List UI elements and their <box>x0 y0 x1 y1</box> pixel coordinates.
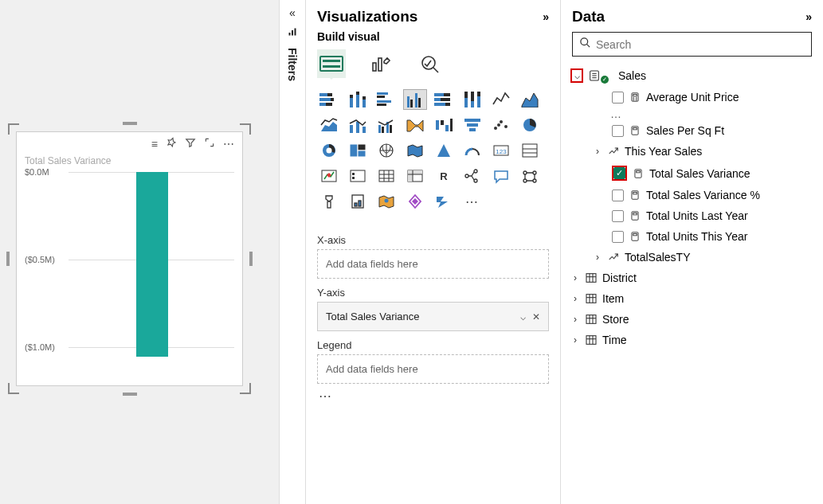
field-total-units-this-year[interactable]: Total Units This Year <box>567 226 817 247</box>
viz-waterfall[interactable] <box>432 115 456 135</box>
chevron-right-icon[interactable]: › <box>570 293 580 304</box>
svg-rect-41 <box>350 125 353 133</box>
viz-power-automate[interactable] <box>432 191 456 212</box>
search-box[interactable] <box>572 32 812 57</box>
viz-multi-row-card[interactable] <box>518 140 542 161</box>
svg-rect-7 <box>378 58 382 71</box>
build-visual-tab[interactable] <box>317 49 346 78</box>
filter-icon[interactable] <box>185 137 196 150</box>
xaxis-well[interactable]: Add data fields here <box>317 249 549 279</box>
yaxis-field-remove-icon[interactable]: ✕ <box>532 311 540 322</box>
visual-tile[interactable]: ≡ ⋯ Total Sales Variance $0.0M ($0.5M) (… <box>8 123 251 394</box>
field-this-year-sales[interactable]: › This Year Sales <box>567 141 817 162</box>
viz-scatter[interactable] <box>489 115 513 135</box>
viz-azure-map[interactable] <box>432 140 456 161</box>
viz-map[interactable] <box>374 140 398 161</box>
resize-handle-r[interactable] <box>249 252 253 266</box>
field-wells: X-axis Add data fields here Y-axis Total… <box>306 220 560 415</box>
viz-stacked-bar[interactable] <box>317 89 341 110</box>
viz-r-visual[interactable]: R <box>432 166 456 186</box>
viz-ribbon[interactable] <box>403 115 427 135</box>
viz-funnel[interactable] <box>460 115 484 135</box>
checkbox[interactable] <box>612 231 624 243</box>
svg-rect-114 <box>633 193 637 194</box>
table-store[interactable]: › Store <box>567 309 817 330</box>
viz-filled-map[interactable] <box>403 140 427 161</box>
checkbox[interactable] <box>612 210 624 222</box>
checkbox[interactable] <box>612 125 624 137</box>
viz-100-stacked-column[interactable] <box>460 89 484 110</box>
viz-kpi[interactable] <box>317 166 341 186</box>
viz-line-stacked-column[interactable] <box>346 115 370 135</box>
table-sales[interactable]: ⌵ ✓ Sales <box>567 64 817 87</box>
field-total-sales-variance[interactable]: ✓ Total Sales Variance <box>567 162 817 185</box>
viz-line-clustered-column[interactable] <box>374 115 398 135</box>
checkbox[interactable] <box>612 189 624 201</box>
filters-pane-collapsed[interactable]: « Filters <box>279 0 306 504</box>
resize-handle-t[interactable] <box>123 122 137 125</box>
viz-100-stacked-bar[interactable] <box>432 89 456 110</box>
search-input[interactable] <box>596 38 805 51</box>
legend-well[interactable]: Add data fields here <box>317 354 549 384</box>
collapse-viz-pane-icon[interactable]: » <box>543 10 549 23</box>
checkbox-checked[interactable]: ✓ <box>613 167 625 179</box>
field-label: Average Unit Price <box>646 91 739 104</box>
table-time[interactable]: › Time <box>567 330 817 350</box>
field-average-unit-price[interactable]: Average Unit Price <box>567 87 817 107</box>
viz-qna[interactable] <box>489 166 513 186</box>
viz-pie[interactable] <box>518 115 542 135</box>
viz-more-ellipsis[interactable]: ⋯ <box>460 191 484 212</box>
yaxis-well[interactable]: Total Sales Variance ⌵ ✕ <box>317 302 549 331</box>
viz-stacked-column[interactable] <box>346 89 370 110</box>
viz-clustered-column[interactable] <box>403 89 427 110</box>
more-options-icon[interactable]: ⋯ <box>223 138 234 150</box>
focus-mode-icon[interactable] <box>204 137 215 150</box>
resize-handle-b[interactable] <box>123 393 137 396</box>
table-item[interactable]: › Item <box>567 288 817 309</box>
drag-grip-icon[interactable]: ≡ <box>151 138 158 150</box>
viz-donut[interactable] <box>317 140 341 161</box>
chevron-right-icon[interactable]: › <box>570 272 580 283</box>
viz-paginated[interactable] <box>346 191 370 212</box>
chevron-right-icon[interactable]: › <box>593 252 602 263</box>
collapse-data-pane-icon[interactable]: » <box>805 10 812 23</box>
report-canvas[interactable]: ≡ ⋯ Total Sales Variance $0.0M ($0.5M) (… <box>0 0 279 504</box>
calculator-icon <box>629 91 641 104</box>
viz-power-apps[interactable] <box>403 191 427 212</box>
viz-decomposition-tree[interactable] <box>460 166 484 186</box>
svg-rect-27 <box>415 93 417 107</box>
viz-line[interactable] <box>489 89 513 110</box>
svg-rect-6 <box>373 63 376 71</box>
viz-table[interactable] <box>374 166 398 186</box>
field-total-sales-variance-pct[interactable]: Total Sales Variance % <box>567 185 817 205</box>
table-district[interactable]: › District <box>567 268 817 288</box>
field-total-sales-ty[interactable]: › TotalSalesTY <box>567 247 817 268</box>
viz-key-influencers[interactable] <box>518 166 542 186</box>
checkbox[interactable] <box>612 92 624 104</box>
yaxis-field-dropdown-icon[interactable]: ⌵ <box>520 311 526 322</box>
field-sales-per-sqft[interactable]: Sales Per Sq Ft <box>567 120 817 141</box>
chevron-right-icon[interactable]: › <box>570 314 580 325</box>
viz-treemap[interactable] <box>346 140 370 161</box>
chevron-right-icon[interactable]: › <box>570 334 580 346</box>
expand-filters-icon[interactable]: « <box>289 6 296 19</box>
viz-card[interactable]: 123 <box>489 140 513 161</box>
resize-handle-l[interactable] <box>6 252 10 266</box>
format-visual-tab[interactable] <box>366 49 395 78</box>
viz-matrix[interactable] <box>403 166 427 186</box>
viz-stacked-area[interactable] <box>317 115 341 135</box>
viz-gauge[interactable] <box>460 140 484 161</box>
svg-rect-131 <box>586 336 596 345</box>
viz-area[interactable] <box>518 89 542 110</box>
chevron-right-icon[interactable]: › <box>593 146 602 157</box>
viz-arcgis[interactable] <box>374 191 398 212</box>
viz-clustered-bar[interactable] <box>374 89 398 110</box>
viz-goals[interactable] <box>317 191 341 212</box>
viz-slicer[interactable] <box>346 166 370 186</box>
wells-more-ellipsis[interactable]: ⋯ <box>317 384 549 408</box>
field-total-units-last-year[interactable]: Total Units Last Year <box>567 205 817 226</box>
pin-icon[interactable] <box>166 137 177 150</box>
analytics-tab[interactable] <box>416 49 445 78</box>
chevron-down-icon[interactable]: ⌵ <box>572 70 582 81</box>
svg-point-106 <box>636 98 637 99</box>
